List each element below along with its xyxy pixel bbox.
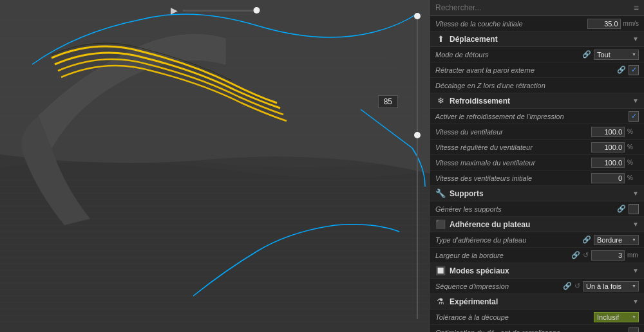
section-supports[interactable]: 🔧 Supports ▼ [430, 186, 644, 201]
mode-detours-value: 🔗 Tout Intérieur Extérieur [582, 50, 639, 60]
largeur-bordure-unit: mm [627, 252, 639, 259]
layer-number-badge: 85 [378, 95, 398, 108]
modes-speciaux-icon: 🔲 [435, 266, 446, 275]
vitesse-init-row: Vitesse des ventilateurs initiale % [430, 171, 644, 186]
type-adherence-value: 🔗 Bordure Jupe Radeau Aucun [582, 235, 639, 245]
tolerance-label: Tolérance à la découpe [435, 313, 594, 321]
adherence-icon: ⬛ [435, 219, 446, 229]
largeur-bordure-value: 🔗 ↺ mm [571, 250, 639, 261]
search-bar: ≡ [430, 0, 644, 16]
supports-expand-icon: ▼ [632, 190, 639, 197]
retracter-checkbox[interactable] [629, 65, 639, 75]
settings-panel: ≡ Vitesse de la couche initiale mm/s ⬆ D… [430, 0, 644, 332]
initial-speed-label: Vitesse de la couche initiale [435, 20, 587, 28]
tolerance-row: Tolérance à la découpe Inclusif Exclusif… [430, 309, 644, 325]
retracter-row: Rétracter avant la paroi externe 🔗 [430, 62, 644, 78]
largeur-bordure-reset-icon[interactable]: ↺ [583, 251, 589, 259]
activer-refroid-checkbox[interactable] [629, 111, 639, 122]
vitesse-reg-unit: % [627, 143, 639, 151]
vitesse-init-unit: % [627, 174, 639, 181]
refroidissement-icon: ❄ [435, 96, 446, 106]
section-refroidissement[interactable]: ❄ Refroidissement ▼ [430, 93, 644, 109]
largeur-bordure-input[interactable] [591, 250, 625, 261]
play-button[interactable]: ▶ [171, 5, 178, 15]
vitesse-reg-label: Vitesse régulière du ventilateur [435, 143, 591, 151]
initial-speed-input[interactable] [587, 19, 621, 29]
generer-supports-value: 🔗 [617, 204, 639, 214]
supports-icon: 🔧 [435, 189, 446, 198]
mode-detours-link-icon[interactable]: 🔗 [582, 50, 591, 59]
section-supports-title: Supports [450, 189, 629, 198]
vitesse-reg-input[interactable] [591, 142, 625, 152]
deplacement-expand-icon: ▼ [632, 35, 639, 42]
layer-slider[interactable] [183, 10, 260, 12]
vitesse-max-label: Vitesse maximale du ventilateur [435, 159, 591, 167]
search-input[interactable] [435, 3, 631, 12]
vitesse-max-input[interactable] [591, 158, 625, 168]
vertical-layer-slider[interactable] [411, 13, 424, 319]
largeur-bordure-label: Largeur de la bordure [435, 252, 571, 259]
deplacement-icon: ⬆ [435, 34, 446, 44]
generer-supports-checkbox[interactable] [629, 204, 639, 214]
mode-detours-label: Mode de détours [435, 51, 582, 59]
optimisation-label: Optimisation du dé...ent de remplissage [435, 329, 629, 333]
sequence-impression-value: 🔗 ↺ Un à la fois Tous à la fois [563, 281, 639, 291]
activer-refroid-label: Activer le refroidissement de l'impressi… [435, 113, 629, 120]
activer-refroid-value [629, 111, 639, 122]
section-experimental[interactable]: ⚗ Expérimental ▼ [430, 294, 644, 309]
activer-refroid-row: Activer le refroidissement de l'impressi… [430, 109, 644, 124]
sequence-dropdown[interactable]: Un à la fois Tous à la fois [583, 281, 639, 291]
decalage-label: Décalage en Z lors d'une rétraction [435, 82, 639, 89]
modes-speciaux-expand-icon: ▼ [632, 267, 639, 274]
vitesse-ventilateur-value: % [591, 127, 639, 137]
type-adherence-link-icon[interactable]: 🔗 [582, 235, 591, 244]
type-adherence-row: Type d'adhérence du plateau 🔗 Bordure Ju… [430, 232, 644, 248]
section-modes-speciaux[interactable]: 🔲 Modes spéciaux ▼ [430, 263, 644, 279]
section-adherence-title: Adhérence du plateau [450, 220, 629, 229]
mode-detours-dropdown[interactable]: Tout Intérieur Extérieur [594, 50, 639, 60]
experimental-expand-icon: ▼ [632, 298, 639, 305]
panel-content: Vitesse de la couche initiale mm/s ⬆ Dép… [430, 16, 644, 332]
initial-speed-unit: mm/s [623, 20, 639, 27]
sequence-link-icon[interactable]: 🔗 [563, 282, 572, 290]
initial-speed-value: mm/s [587, 19, 639, 29]
type-adherence-dropdown[interactable]: Bordure Jupe Radeau Aucun [594, 235, 639, 245]
section-deplacement-title: Déplacement [450, 35, 629, 44]
3d-viewport: ▶ 85 [0, 0, 430, 332]
refroidissement-expand-icon: ▼ [632, 97, 639, 104]
vitesse-reg-row: Vitesse régulière du ventilateur % [430, 140, 644, 155]
optimisation-value [629, 327, 639, 333]
sequence-impression-row: Séquence d'impression 🔗 ↺ Un à la fois T… [430, 279, 644, 294]
vitesse-max-row: Vitesse maximale du ventilateur % [430, 155, 644, 171]
sequence-impression-label: Séquence d'impression [435, 282, 563, 290]
section-refroidissement-title: Refroidissement [450, 97, 629, 106]
section-deplacement[interactable]: ⬆ Déplacement ▼ [430, 32, 644, 47]
vitesse-ventilateur-input[interactable] [591, 127, 625, 137]
optimisation-row: Optimisation du dé...ent de remplissage [430, 325, 644, 332]
sequence-reset-icon[interactable]: ↺ [574, 282, 580, 290]
largeur-bordure-link-icon[interactable]: 🔗 [571, 251, 580, 259]
vitesse-reg-value: % [591, 142, 639, 152]
optimisation-checkbox[interactable] [629, 327, 639, 333]
vitesse-ventilateur-row: Vitesse du ventilateur % [430, 124, 644, 140]
vitesse-max-unit: % [627, 159, 639, 166]
section-experimental-title: Expérimental [450, 297, 629, 306]
generer-supports-link-icon[interactable]: 🔗 [617, 205, 626, 213]
vitesse-init-input[interactable] [591, 173, 625, 183]
retracter-link-icon[interactable]: 🔗 [617, 66, 626, 74]
vitesse-init-label: Vitesse des ventilateurs initiale [435, 174, 591, 182]
vitesse-init-value: % [591, 173, 639, 183]
type-adherence-label: Type d'adhérence du plateau [435, 236, 582, 244]
menu-icon[interactable]: ≡ [634, 3, 639, 13]
tolerance-value: Inclusif Exclusif Milieu [594, 312, 639, 322]
section-adherence[interactable]: ⬛ Adhérence du plateau ▼ [430, 217, 644, 232]
retracter-value: 🔗 [617, 65, 639, 75]
tolerance-dropdown[interactable]: Inclusif Exclusif Milieu [594, 312, 639, 322]
section-modes-speciaux-title: Modes spéciaux [450, 266, 629, 275]
experimental-icon: ⚗ [435, 297, 446, 306]
largeur-bordure-row: Largeur de la bordure 🔗 ↺ mm [430, 248, 644, 263]
initial-speed-row: Vitesse de la couche initiale mm/s [430, 16, 644, 32]
generer-supports-row: Générer les supports 🔗 [430, 201, 644, 217]
vitesse-ventilateur-unit: % [627, 128, 639, 135]
decalage-row: Décalage en Z lors d'une rétraction [430, 78, 644, 93]
